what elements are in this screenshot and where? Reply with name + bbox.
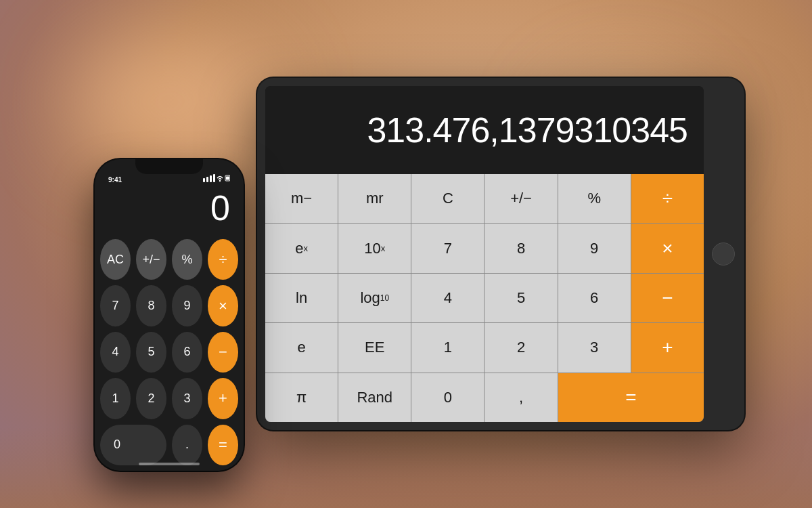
svg-point-4 xyxy=(219,180,221,182)
ipad-btn-ex[interactable]: ex xyxy=(265,224,338,272)
iphone-display: 0 xyxy=(95,186,244,234)
svg-rect-6 xyxy=(226,177,229,180)
ipad-btn-mminus[interactable]: m− xyxy=(265,174,338,223)
iphone-status-icons xyxy=(203,174,230,184)
iphone-btn-0[interactable]: 0 xyxy=(100,425,166,465)
iphone-btn-decimal[interactable]: . xyxy=(172,425,202,465)
iphone-screen: 9:41 xyxy=(95,159,244,471)
ipad-btn-plus[interactable]: + xyxy=(631,323,704,372)
iphone-btn-7[interactable]: 7 xyxy=(100,285,131,326)
iphone-btn-multiply[interactable]: × xyxy=(208,285,238,326)
svg-rect-2 xyxy=(210,175,212,182)
svg-rect-1 xyxy=(206,177,208,182)
ipad-btn-comma[interactable]: , xyxy=(484,373,557,422)
iphone-btn-5[interactable]: 5 xyxy=(136,332,166,373)
ipad-btn-rand[interactable]: Rand xyxy=(338,373,411,422)
ipad-btn-10x[interactable]: 10x xyxy=(338,224,411,272)
iphone-time: 9:41 xyxy=(108,176,122,184)
ipad-btn-equals[interactable]: = xyxy=(558,373,704,422)
iphone-btn-minus[interactable]: − xyxy=(208,332,238,373)
ipad-btn-1[interactable]: 1 xyxy=(411,323,484,372)
iphone-btn-1[interactable]: 1 xyxy=(100,378,131,419)
ipad-btn-5[interactable]: 5 xyxy=(484,274,557,322)
iphone-btn-6[interactable]: 6 xyxy=(172,332,202,373)
ipad-btn-pi[interactable]: π xyxy=(265,373,338,422)
iphone-btn-2[interactable]: 2 xyxy=(136,378,166,419)
ipad-btn-9[interactable]: 9 xyxy=(558,224,631,272)
ipad-btn-0[interactable]: 0 xyxy=(411,373,484,422)
iphone-btn-equals[interactable]: = xyxy=(208,425,238,465)
ipad-btn-log10[interactable]: log10 xyxy=(338,274,411,322)
iphone-btn-8[interactable]: 8 xyxy=(136,285,166,326)
ipad-device: 313.476,1379310345 m− mr C +/− % ÷ ex 10… xyxy=(257,78,744,430)
iphone-device: 9:41 xyxy=(95,159,244,471)
iphone-home-bar xyxy=(139,463,200,465)
ipad-button-grid: m− mr C +/− % ÷ ex 10x 7 8 9 × ln log10 … xyxy=(265,174,704,422)
iphone-btn-divide[interactable]: ÷ xyxy=(208,239,238,280)
ipad-btn-percent[interactable]: % xyxy=(558,174,631,223)
ipad-btn-plusminus[interactable]: +/− xyxy=(484,174,557,223)
ipad-home-button[interactable] xyxy=(712,242,735,266)
iphone-button-grid: AC +/− % ÷ 7 8 9 × 4 5 6 − 1 2 3 + xyxy=(95,234,244,471)
ipad-btn-c[interactable]: C xyxy=(411,174,484,223)
ipad-btn-3[interactable]: 3 xyxy=(558,323,631,372)
ipad-btn-ee[interactable]: EE xyxy=(338,323,411,372)
iphone-notch xyxy=(135,159,203,174)
devices-container: 313.476,1379310345 m− mr C +/− % ÷ ex 10… xyxy=(68,51,744,457)
svg-rect-3 xyxy=(213,174,215,182)
ipad-btn-7[interactable]: 7 xyxy=(411,224,484,272)
ipad-btn-4[interactable]: 4 xyxy=(411,274,484,322)
iphone-btn-9[interactable]: 9 xyxy=(172,285,202,326)
ipad-btn-6[interactable]: 6 xyxy=(558,274,631,322)
iphone-btn-plusminus[interactable]: +/− xyxy=(136,239,166,280)
ipad-btn-8[interactable]: 8 xyxy=(484,224,557,272)
ipad-btn-2[interactable]: 2 xyxy=(484,323,557,372)
ipad-display: 313.476,1379310345 xyxy=(265,86,704,174)
ipad-btn-minus[interactable]: − xyxy=(631,274,704,322)
ipad-screen: 313.476,1379310345 m− mr C +/− % ÷ ex 10… xyxy=(265,86,704,422)
iphone-btn-plus[interactable]: + xyxy=(208,378,238,419)
ipad-btn-e[interactable]: e xyxy=(265,323,338,372)
iphone-btn-3[interactable]: 3 xyxy=(172,378,202,419)
ipad-btn-divide[interactable]: ÷ xyxy=(631,174,704,223)
iphone-btn-percent[interactable]: % xyxy=(172,239,202,280)
svg-rect-0 xyxy=(203,178,205,182)
iphone-btn-ac[interactable]: AC xyxy=(100,239,131,280)
ipad-btn-ln[interactable]: ln xyxy=(265,274,338,322)
ipad-btn-multiply[interactable]: × xyxy=(631,224,704,272)
ipad-btn-mr[interactable]: mr xyxy=(338,174,411,223)
iphone-btn-4[interactable]: 4 xyxy=(100,332,131,373)
